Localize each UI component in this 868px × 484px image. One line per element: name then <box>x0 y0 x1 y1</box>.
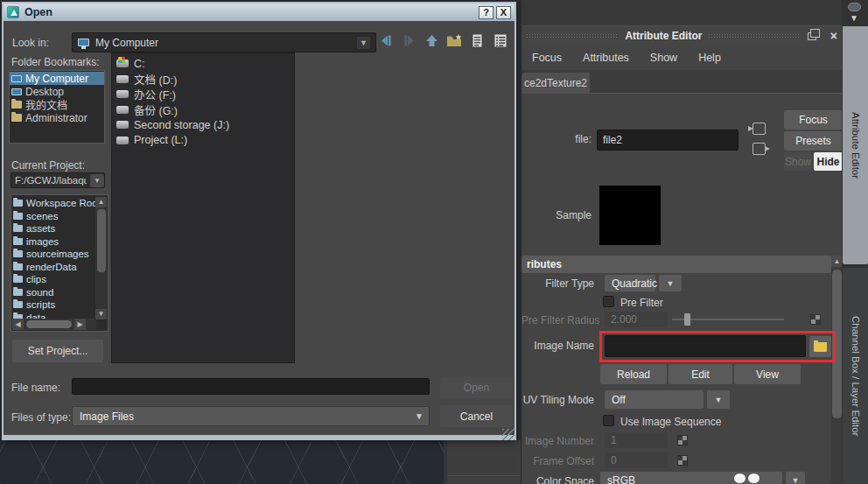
panel-grip[interactable] <box>709 33 800 39</box>
set-project-button[interactable]: Set Project... <box>12 340 103 362</box>
bookmark-my-computer[interactable]: My Computer <box>10 72 104 85</box>
dialog-toolbar <box>378 30 508 51</box>
project-folder-row[interactable]: sound <box>13 286 95 299</box>
scroll-left-icon[interactable]: ◀ <box>12 319 24 330</box>
scroll-right-icon[interactable]: ▶ <box>74 319 86 330</box>
system-drive-icon <box>116 60 129 67</box>
menu-help[interactable]: Help <box>698 52 721 64</box>
uv-tiling-mode-select[interactable]: Off <box>605 390 704 409</box>
project-folder-row[interactable]: Workspace Roo <box>13 197 95 210</box>
scrollbar-thumb[interactable] <box>26 320 72 328</box>
color-space-arrow-icon[interactable]: ▼ <box>786 472 805 484</box>
project-folder-row[interactable]: renderData <box>13 261 95 274</box>
slider-handle[interactable] <box>684 313 690 326</box>
edit-button[interactable]: Edit <box>668 364 732 384</box>
back-icon[interactable] <box>378 32 395 49</box>
chevron-down-icon[interactable]: ▼ <box>850 13 858 23</box>
undock-icon[interactable] <box>808 32 816 40</box>
files-of-type-select[interactable]: Image Files ▼ <box>72 406 430 426</box>
input-connection-icon[interactable] <box>752 123 766 135</box>
current-project-select[interactable]: F:/GCWJ/labaqu ▼ <box>10 172 105 188</box>
drive-row-c[interactable]: C: <box>112 56 294 72</box>
panel-grip[interactable] <box>527 33 618 39</box>
tab-attribute-editor[interactable]: Attribute Editor <box>843 26 868 264</box>
drive-row-j[interactable]: Second storage (J:) <box>112 117 294 133</box>
bookmark-my-documents[interactable]: 我的文档 <box>10 98 104 111</box>
folder-icon <box>13 276 23 283</box>
horizontal-scrollbar[interactable]: ◀ ▶ <box>12 319 96 330</box>
drive-row-d[interactable]: 文档 (D:) <box>112 72 294 88</box>
project-folder-row[interactable]: sourceimages <box>13 248 95 261</box>
tab-place2dtexture2[interactable]: ce2dTexture2 <box>522 73 590 94</box>
frame-offset-field[interactable]: 0 <box>605 452 668 468</box>
drive-icon <box>116 121 129 129</box>
drive-row-f[interactable]: 办公 (F:) <box>112 87 294 102</box>
menu-attributes[interactable]: Attributes <box>583 52 629 64</box>
folder-label: sourceimages <box>26 249 89 259</box>
pre-filter-checkbox[interactable] <box>603 296 614 307</box>
output-connection-icon[interactable] <box>752 143 766 155</box>
image-name-label: Image Name <box>522 340 594 352</box>
map-texture-icon[interactable] <box>810 314 821 325</box>
project-folder-row[interactable]: assets <box>13 222 95 235</box>
project-folder-row[interactable]: images <box>13 235 95 249</box>
file-name-input[interactable] <box>72 378 430 395</box>
drive-label: 备份 (G:) <box>134 102 178 118</box>
close-icon[interactable]: × <box>830 31 837 41</box>
bookmark-administrator[interactable]: Administrator <box>10 111 104 124</box>
look-in-select[interactable]: My Computer ▼ <box>72 32 376 53</box>
map-texture-icon[interactable] <box>677 435 688 445</box>
open-button[interactable]: Open <box>440 376 513 398</box>
filter-type-arrow-icon[interactable]: ▼ <box>659 275 682 291</box>
current-project-value: F:/GCWJ/labaqu <box>15 175 87 186</box>
map-texture-icon[interactable] <box>677 455 688 466</box>
file-name-node-input[interactable] <box>597 130 738 151</box>
sample-swatch <box>599 186 661 245</box>
help-button[interactable]: ? <box>479 6 494 19</box>
resize-grip[interactable] <box>502 429 514 440</box>
folder-icon <box>13 200 23 207</box>
attribute-editor-header[interactable]: Attribute Editor × <box>522 26 843 46</box>
hide-button[interactable]: Hide <box>814 152 843 171</box>
vertical-scrollbar[interactable]: ▲ ▼ <box>95 197 107 319</box>
project-folder-row[interactable]: clips <box>13 273 95 286</box>
tab-channel-box-layer-editor[interactable]: Channel Box / Layer Editor <box>843 268 868 484</box>
workspace-icon[interactable] <box>848 3 861 11</box>
scroll-up-icon[interactable]: ▲ <box>95 197 107 207</box>
use-image-sequence-checkbox[interactable] <box>603 415 614 426</box>
uv-tiling-arrow-icon[interactable]: ▼ <box>707 390 730 409</box>
open-dialog: Open ? X Look in: My Computer ▼ <box>2 2 516 440</box>
scrollbar-thumb[interactable] <box>97 209 106 272</box>
new-folder-icon[interactable] <box>446 32 463 49</box>
details-view-icon[interactable] <box>492 32 508 49</box>
list-view-icon[interactable] <box>469 32 486 49</box>
cancel-button[interactable]: Cancel <box>440 405 513 427</box>
chevron-down-icon[interactable]: ▼ <box>90 174 104 187</box>
presets-button[interactable]: Presets <box>784 131 843 151</box>
view-button[interactable]: View <box>734 364 801 384</box>
file-attributes-section-header[interactable]: ributes <box>522 256 831 273</box>
show-button[interactable]: Show <box>784 152 812 171</box>
folder-icon <box>13 301 23 308</box>
project-folder-row[interactable]: scenes <box>13 210 95 223</box>
drive-row-g[interactable]: 备份 (G:) <box>112 102 294 118</box>
bookmark-desktop[interactable]: Desktop <box>10 85 104 98</box>
drive-row-l[interactable]: Project (L:) <box>112 133 294 149</box>
close-button[interactable]: X <box>496 6 511 19</box>
menu-show[interactable]: Show <box>650 52 677 64</box>
scroll-down-icon[interactable]: ▼ <box>95 309 107 319</box>
focus-button[interactable]: Focus <box>784 110 843 130</box>
pre-filter-radius-field[interactable]: 2.000 <box>605 312 668 327</box>
folder-bookmarks-list: My Computer Desktop 我的文档 Administrator <box>9 70 105 144</box>
3d-viewport[interactable] <box>0 440 444 484</box>
project-folder-row[interactable]: scripts <box>13 298 95 312</box>
chevron-down-icon[interactable]: ▼ <box>357 37 370 49</box>
dialog-titlebar[interactable]: Open ? X <box>4 4 514 21</box>
menu-focus[interactable]: Focus <box>532 52 562 64</box>
filter-type-select[interactable]: Quadratic <box>605 275 655 291</box>
image-number-field[interactable]: 1 <box>605 432 668 448</box>
reload-button[interactable]: Reload <box>600 364 667 384</box>
up-directory-icon[interactable] <box>424 32 440 49</box>
chevron-down-icon[interactable]: ▼ <box>415 411 424 421</box>
forward-icon[interactable] <box>401 32 417 49</box>
